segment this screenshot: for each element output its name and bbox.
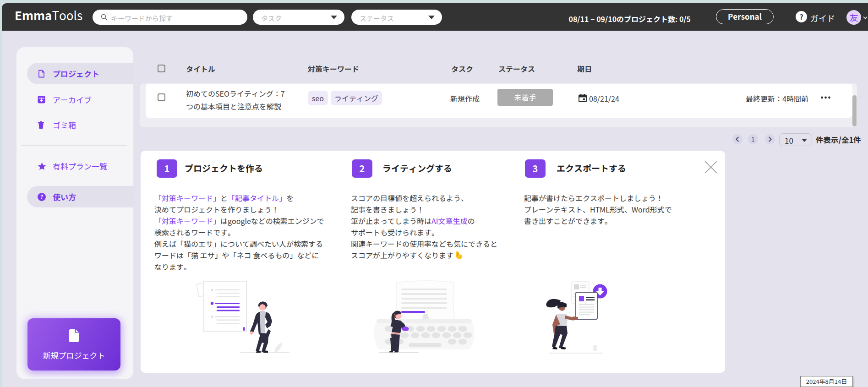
svg-text:?: ?	[40, 193, 43, 200]
